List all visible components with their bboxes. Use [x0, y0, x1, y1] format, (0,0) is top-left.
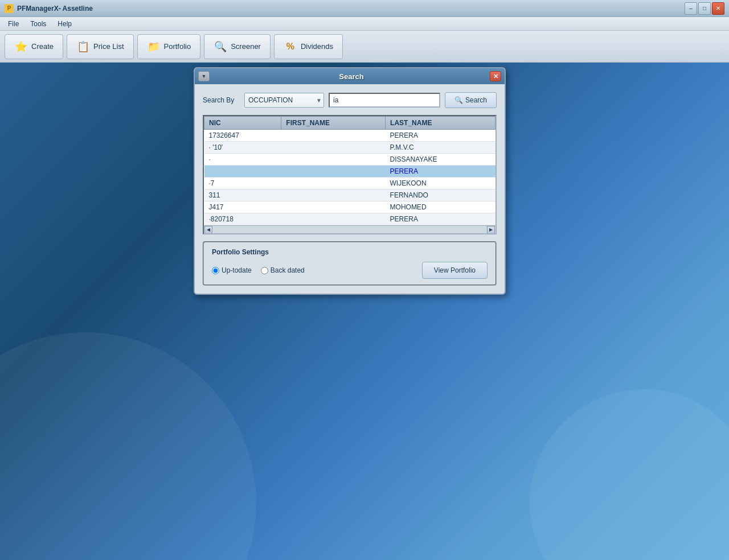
cell-first_name-4: [281, 178, 386, 190]
dialog-title-bar: ▼ Search ✕: [195, 68, 505, 84]
search-by-label: Search By: [203, 96, 240, 104]
col-last-name: LAST_NAME: [386, 117, 495, 130]
cell-nic-6: J417: [204, 201, 281, 213]
cell-first_name-6: [281, 201, 386, 213]
portfolio-button[interactable]: 📁 Portfolio: [137, 34, 201, 59]
back-dated-option[interactable]: Back dated: [261, 266, 305, 274]
table-body: 17326647PERERA· '10'P.M.V.C·DISSANAYAKEP…: [204, 130, 495, 225]
search-input[interactable]: [329, 93, 440, 108]
price-list-icon: 📋: [76, 40, 90, 53]
window-title: PFManagerX- Assetline: [17, 5, 685, 13]
search-btn-icon: 🔍: [454, 96, 463, 104]
menu-file[interactable]: File: [2, 19, 24, 29]
screener-icon: 🔍: [214, 40, 227, 53]
table-row[interactable]: J417MOHOMED: [204, 201, 495, 213]
cell-first_name-5: [281, 190, 386, 201]
dividends-icon: %: [284, 40, 297, 53]
cell-nic-0: 17326647: [204, 130, 281, 142]
cell-first_name-0: [281, 130, 386, 142]
price-list-button[interactable]: 📋 Price List: [67, 34, 133, 59]
scroll-left-arrow[interactable]: ◀: [204, 226, 212, 234]
menu-bar: File Tools Help: [0, 17, 729, 31]
scroll-track[interactable]: [213, 227, 486, 233]
price-list-label: Price List: [93, 42, 124, 51]
app-icon: P: [5, 4, 14, 13]
dialog-title: Search: [213, 72, 490, 81]
toolbar: ⭐ Create 📋 Price List 📁 Portfolio 🔍 Scre…: [0, 31, 729, 63]
view-portfolio-button[interactable]: View Portfolio: [422, 262, 488, 279]
table-row[interactable]: ·DISSANAYAKE: [204, 154, 495, 166]
portfolio-label: Portfolio: [164, 42, 191, 51]
cell-last_name-6: MOHOMED: [386, 201, 495, 213]
search-row: Search By OCCUPATION NAME NIC ADDRESS ▼ …: [203, 92, 497, 108]
table-row[interactable]: PERERA: [204, 166, 495, 178]
horizontal-scrollbar[interactable]: ◀ ▶: [204, 225, 495, 233]
cell-first_name-2: [281, 154, 386, 166]
cell-last_name-4: WIJEKOON: [386, 178, 495, 190]
cell-last_name-0: PERERA: [386, 130, 495, 142]
table-row[interactable]: 17326647PERERA: [204, 130, 495, 142]
cell-nic-7: ·820718: [204, 213, 281, 225]
window-close-button[interactable]: ✕: [712, 2, 724, 15]
search-button[interactable]: 🔍 Search: [445, 92, 497, 108]
cell-nic-1: · '10': [204, 142, 281, 154]
search-btn-label: Search: [465, 96, 487, 104]
search-by-select[interactable]: OCCUPATION NAME NIC ADDRESS: [244, 93, 324, 108]
cell-last_name-1: P.M.V.C: [386, 142, 495, 154]
dialog-body: Search By OCCUPATION NAME NIC ADDRESS ▼ …: [195, 84, 505, 294]
cell-last_name-7: PERERA: [386, 213, 495, 225]
table-header-row: NIC FIRST_NAME LAST_NAME: [204, 117, 495, 130]
maximize-button[interactable]: □: [698, 2, 711, 15]
cell-last_name-3: PERERA: [386, 166, 495, 178]
screener-button[interactable]: 🔍 Screener: [204, 34, 271, 59]
search-dialog: ▼ Search ✕ Search By OCCUPATION NAME NIC…: [194, 67, 506, 295]
search-by-select-wrapper: OCCUPATION NAME NIC ADDRESS ▼: [244, 93, 324, 108]
cell-first_name-3: [281, 166, 386, 178]
portfolio-settings-row: Up-todate Back dated View Portfolio: [212, 262, 488, 279]
scroll-right-arrow[interactable]: ▶: [487, 226, 495, 234]
cell-nic-2: ·: [204, 154, 281, 166]
up-to-date-label: Up-todate: [222, 266, 252, 274]
dividends-label: Dividends: [301, 42, 333, 51]
cell-nic-3: [204, 166, 281, 178]
col-nic: NIC: [204, 117, 281, 130]
cell-last_name-5: FERNANDO: [386, 190, 495, 201]
dialog-close-button[interactable]: ✕: [490, 71, 501, 81]
table-row[interactable]: ·820718PERERA: [204, 213, 495, 225]
portfolio-icon: 📁: [147, 40, 161, 53]
cell-nic-4: ·7: [204, 178, 281, 190]
create-icon: ⭐: [14, 40, 28, 53]
title-bar: P PFManagerX- Assetline – □ ✕: [0, 0, 729, 17]
results-table-wrapper: NIC FIRST_NAME LAST_NAME 17326647PERERA·…: [203, 115, 497, 234]
menu-help[interactable]: Help: [52, 19, 77, 29]
dialog-minimize-button[interactable]: ▼: [198, 71, 210, 81]
table-row[interactable]: ·7WIJEKOON: [204, 178, 495, 190]
window-controls: – □ ✕: [685, 2, 724, 15]
menu-tools[interactable]: Tools: [24, 19, 52, 29]
dividends-button[interactable]: % Dividends: [274, 34, 343, 59]
up-to-date-option[interactable]: Up-todate: [212, 266, 252, 274]
cell-first_name-1: [281, 142, 386, 154]
main-area: ▼ Search ✕ Search By OCCUPATION NAME NIC…: [0, 63, 729, 560]
table-row[interactable]: 311FERNANDO: [204, 190, 495, 201]
cell-first_name-7: [281, 213, 386, 225]
portfolio-settings-title: Portfolio Settings: [212, 248, 488, 256]
results-table: NIC FIRST_NAME LAST_NAME 17326647PERERA·…: [204, 116, 495, 225]
create-button[interactable]: ⭐ Create: [5, 34, 63, 59]
bg-circle-1: [530, 389, 729, 560]
minimize-button[interactable]: –: [685, 2, 697, 15]
up-to-date-radio[interactable]: [212, 267, 219, 274]
bg-circle-2: [0, 332, 256, 560]
table-row[interactable]: · '10'P.M.V.C: [204, 142, 495, 154]
portfolio-settings-panel: Portfolio Settings Up-todate Back dated …: [203, 241, 497, 286]
back-dated-label: Back dated: [271, 266, 305, 274]
col-first-name: FIRST_NAME: [281, 117, 386, 130]
cell-nic-5: 311: [204, 190, 281, 201]
screener-label: Screener: [231, 42, 261, 51]
cell-last_name-2: DISSANAYAKE: [386, 154, 495, 166]
create-label: Create: [31, 42, 54, 51]
back-dated-radio[interactable]: [261, 267, 268, 274]
